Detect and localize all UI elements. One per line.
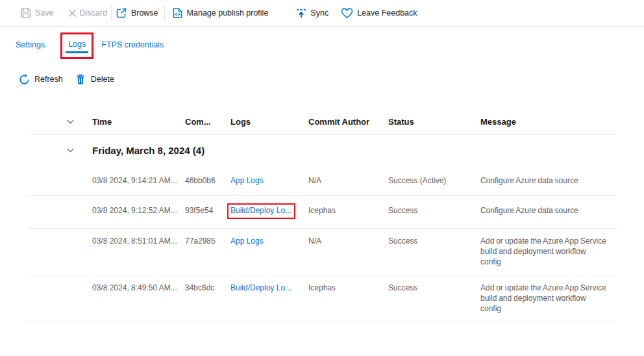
cell-message: Add or update the Azure App Service buil… xyxy=(474,236,617,267)
save-button[interactable]: Save xyxy=(21,8,54,18)
cell-time: 03/8 2024, 8:51:01 AM... xyxy=(84,236,179,246)
cell-status: Success xyxy=(382,236,474,246)
cell-message: Configure Azure data source xyxy=(474,175,617,186)
cell-status: Success xyxy=(382,205,474,216)
publish-profile-icon xyxy=(173,8,182,18)
heart-icon xyxy=(341,8,353,19)
toolbar-divider xyxy=(164,5,165,21)
group-header-row: Friday, March 8, 2024 (4) xyxy=(27,134,617,166)
group-collapse-chevron[interactable] xyxy=(27,146,84,155)
tab-logs[interactable]: Logs xyxy=(66,40,88,53)
collapse-all-chevron[interactable] xyxy=(27,118,84,126)
cell-commit-id: 34bc6dc xyxy=(179,283,224,293)
browse-label: Browse xyxy=(131,8,158,18)
delete-label: Delete xyxy=(91,75,114,84)
group-header-label: Friday, March 8, 2024 (4) xyxy=(84,145,204,156)
table-header-row: Time Com... Logs Commit Author Status Me… xyxy=(27,110,617,134)
cell-message: Add or update the Azure App Service buil… xyxy=(474,283,617,314)
column-header-time[interactable]: Time xyxy=(84,117,179,127)
column-header-status[interactable]: Status xyxy=(382,117,474,127)
browse-icon xyxy=(116,8,127,18)
manage-publish-profile-label: Manage publish profile xyxy=(187,8,269,18)
log-row[interactable]: 03/8 2024, 9:12:52 AM... 93f5e54 Build/D… xyxy=(27,196,617,229)
column-header-commit-author[interactable]: Commit Author xyxy=(302,117,382,127)
sync-button[interactable]: Sync xyxy=(296,8,328,18)
cell-commit-author: N/A xyxy=(302,175,382,186)
sync-label: Sync xyxy=(310,8,328,18)
annotation-box-logs-tab: Logs xyxy=(60,32,93,59)
cell-commit-author: Icephas xyxy=(302,283,382,293)
refresh-icon xyxy=(19,74,30,85)
cell-time: 03/8 2024, 8:49:50 AM... xyxy=(84,283,179,293)
cell-status: Success xyxy=(382,283,474,293)
leave-feedback-button[interactable]: Leave Feedback xyxy=(341,8,417,19)
cell-time: 03/8 2024, 9:14:21 AM... xyxy=(84,175,179,186)
tab-ftps-credentials[interactable]: FTPS credentials xyxy=(101,40,164,49)
discard-icon xyxy=(68,9,77,18)
manage-publish-profile-button[interactable]: Manage publish profile xyxy=(173,8,269,18)
delete-button[interactable]: Delete xyxy=(76,74,114,84)
log-row[interactable]: 03/8 2024, 9:14:21 AM... 46bb0b6 App Log… xyxy=(27,166,617,196)
app-logs-link[interactable]: App Logs xyxy=(230,176,264,185)
logs-table: Time Com... Logs Commit Author Status Me… xyxy=(27,110,617,322)
app-logs-link[interactable]: App Logs xyxy=(230,236,264,246)
save-label: Save xyxy=(35,8,54,18)
cell-commit-author: N/A xyxy=(302,236,382,246)
leave-feedback-label: Leave Feedback xyxy=(357,8,417,18)
tab-bar: Settings Logs FTPS credentials xyxy=(0,27,644,63)
action-bar: Refresh Delete xyxy=(0,68,644,90)
column-header-commit[interactable]: Com... xyxy=(179,117,224,127)
browse-button[interactable]: Browse xyxy=(116,8,158,18)
cell-time: 03/8 2024, 9:12:52 AM... xyxy=(84,205,179,216)
command-bar: Save Discard Browse Manage publish profi… xyxy=(0,0,644,27)
cell-commit-author: Icephas xyxy=(302,205,382,216)
refresh-label: Refresh xyxy=(34,75,63,84)
tab-settings[interactable]: Settings xyxy=(16,40,45,49)
cell-commit-id: 77a2985 xyxy=(179,236,224,246)
column-header-logs[interactable]: Logs xyxy=(224,117,302,127)
build-deploy-logs-link[interactable]: Build/Deploy Lo... xyxy=(230,206,291,215)
refresh-button[interactable]: Refresh xyxy=(19,74,63,85)
discard-label: Discard xyxy=(80,8,107,18)
toolbar-divider xyxy=(111,5,112,21)
cell-message: Configure Azure data source xyxy=(474,205,617,216)
cell-commit-id: 93f5e54 xyxy=(179,205,224,216)
delete-icon xyxy=(76,74,85,84)
log-row[interactable]: 03/8 2024, 8:49:50 AM... 34bc6dc Build/D… xyxy=(27,275,617,322)
sync-icon xyxy=(296,8,306,18)
annotation-box-build-deploy-link: Build/Deploy Lo... xyxy=(227,203,295,219)
column-header-message[interactable]: Message xyxy=(474,117,617,127)
log-row[interactable]: 03/8 2024, 8:51:01 AM... 77a2985 App Log… xyxy=(27,229,617,275)
save-icon xyxy=(21,8,31,18)
cell-commit-id: 46bb0b6 xyxy=(179,175,224,186)
cell-status: Success (Active) xyxy=(382,175,474,186)
build-deploy-logs-link[interactable]: Build/Deploy Lo... xyxy=(230,283,291,292)
discard-button[interactable]: Discard xyxy=(68,8,107,18)
